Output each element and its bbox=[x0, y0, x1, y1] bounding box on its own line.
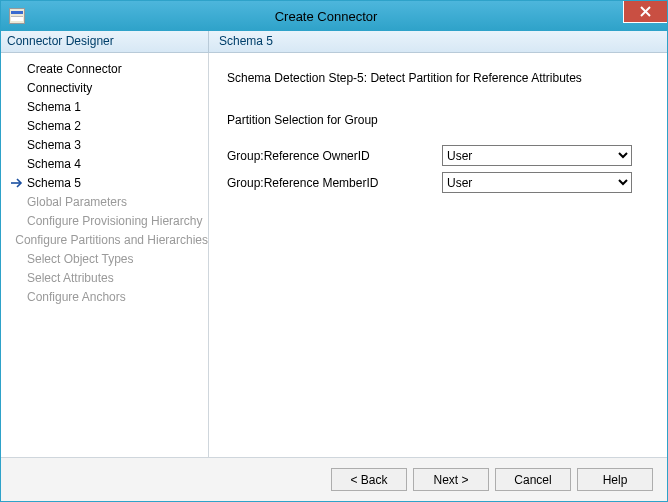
step-title: Schema Detection Step-5: Detect Partitio… bbox=[227, 71, 649, 85]
sidebar-item-select-object-types: Select Object Types bbox=[1, 249, 208, 268]
footer: < Back Next > Cancel Help bbox=[1, 457, 667, 501]
sidebar-item-schema-2[interactable]: Schema 2 bbox=[1, 116, 208, 135]
form-row-ownerid: Group:Reference OwnerID User bbox=[227, 145, 649, 166]
sidebar-item-label: Schema 5 bbox=[27, 176, 81, 190]
sidebar-item-label: Select Attributes bbox=[27, 271, 114, 285]
sidebar-item-global-parameters: Global Parameters bbox=[1, 192, 208, 211]
next-button[interactable]: Next > bbox=[413, 468, 489, 491]
sidebar-item-label: Select Object Types bbox=[27, 252, 134, 266]
sidebar-item-config-partitions: Configure Partitions and Hierarchies bbox=[1, 230, 208, 249]
sidebar: Create Connector Connectivity Schema 1 S… bbox=[1, 53, 209, 457]
sidebar-item-label: Configure Partitions and Hierarchies bbox=[15, 233, 208, 247]
app-icon bbox=[9, 8, 25, 24]
sidebar-item-label: Connectivity bbox=[27, 81, 92, 95]
sidebar-item-connectivity[interactable]: Connectivity bbox=[1, 78, 208, 97]
sidebar-item-label: Schema 1 bbox=[27, 100, 81, 114]
sidebar-item-schema-3[interactable]: Schema 3 bbox=[1, 135, 208, 154]
help-button[interactable]: Help bbox=[577, 468, 653, 491]
sidebar-item-label: Schema 4 bbox=[27, 157, 81, 171]
label-memberid: Group:Reference MemberID bbox=[227, 176, 442, 190]
section-header: Connector Designer Schema 5 bbox=[1, 31, 667, 53]
sidebar-item-configure-anchors: Configure Anchors bbox=[1, 287, 208, 306]
sidebar-item-label: Schema 3 bbox=[27, 138, 81, 152]
sidebar-item-label: Configure Anchors bbox=[27, 290, 126, 304]
sidebar-header: Connector Designer bbox=[1, 31, 209, 52]
window-frame: Create Connector Connector Designer Sche… bbox=[0, 0, 668, 502]
label-ownerid: Group:Reference OwnerID bbox=[227, 149, 442, 163]
sidebar-item-label: Global Parameters bbox=[27, 195, 127, 209]
sidebar-item-label: Create Connector bbox=[27, 62, 122, 76]
arrow-right-icon bbox=[11, 178, 27, 188]
body: Create Connector Connectivity Schema 1 S… bbox=[1, 53, 667, 457]
sidebar-item-create-connector[interactable]: Create Connector bbox=[1, 59, 208, 78]
window-title: Create Connector bbox=[25, 9, 667, 24]
back-button[interactable]: < Back bbox=[331, 468, 407, 491]
sidebar-item-label: Configure Provisioning Hierarchy bbox=[27, 214, 202, 228]
select-ownerid[interactable]: User bbox=[442, 145, 632, 166]
section-title: Partition Selection for Group bbox=[227, 113, 649, 127]
sidebar-item-schema-1[interactable]: Schema 1 bbox=[1, 97, 208, 116]
content-header: Schema 5 bbox=[209, 31, 667, 52]
form-row-memberid: Group:Reference MemberID User bbox=[227, 172, 649, 193]
titlebar: Create Connector bbox=[1, 1, 667, 31]
sidebar-item-schema-5[interactable]: Schema 5 bbox=[1, 173, 208, 192]
select-memberid[interactable]: User bbox=[442, 172, 632, 193]
close-icon bbox=[640, 6, 651, 17]
close-button[interactable] bbox=[623, 1, 667, 23]
sidebar-item-config-provisioning: Configure Provisioning Hierarchy bbox=[1, 211, 208, 230]
content-pane: Schema Detection Step-5: Detect Partitio… bbox=[209, 53, 667, 457]
sidebar-item-schema-4[interactable]: Schema 4 bbox=[1, 154, 208, 173]
cancel-button[interactable]: Cancel bbox=[495, 468, 571, 491]
sidebar-item-label: Schema 2 bbox=[27, 119, 81, 133]
sidebar-item-select-attributes: Select Attributes bbox=[1, 268, 208, 287]
